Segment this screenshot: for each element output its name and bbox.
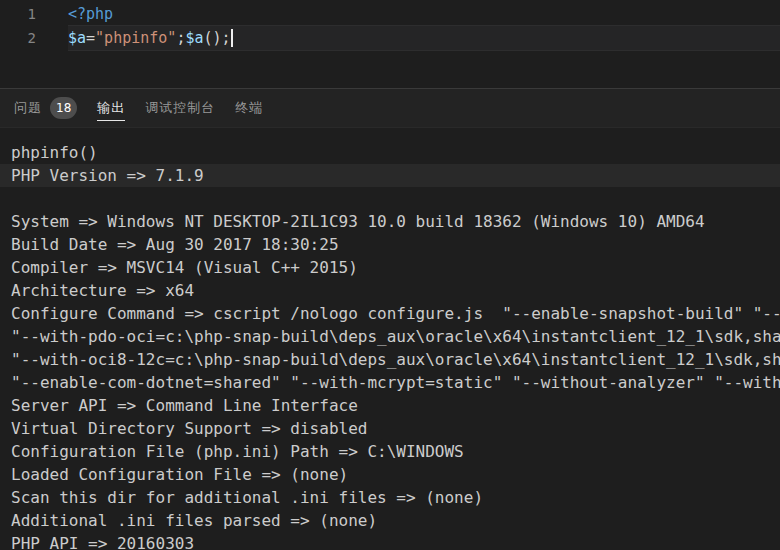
code-editor[interactable]: 1<?php2$a="phpinfo";$a();: [0, 0, 780, 88]
line-number: 1: [0, 2, 36, 26]
tab-problems-label: 问题: [14, 99, 42, 117]
output-line: Build Date => Aug 30 2017 18:30:25: [0, 233, 780, 256]
output-line: phpinfo(): [0, 141, 780, 164]
output-line: Configure Command => cscript /nologo con…: [0, 302, 780, 325]
tab-debug-console[interactable]: 调试控制台: [135, 89, 225, 127]
text-cursor: [231, 29, 233, 47]
code-line: 1<?php: [0, 2, 780, 26]
output-line: "--with-oci8-12c=c:\php-snap-build\deps_…: [0, 348, 780, 371]
output-line: System => Windows NT DESKTOP-2IL1C93 10.…: [0, 210, 780, 233]
line-number: 2: [0, 26, 36, 50]
problems-count-badge: 18: [50, 97, 77, 119]
output-line: PHP Version => 7.1.9: [0, 164, 780, 187]
output-line: Architecture => x64: [0, 279, 780, 302]
output-line: Configuration File (php.ini) Path => C:\…: [0, 440, 780, 463]
output-line: Loaded Configuration File => (none): [0, 463, 780, 486]
tab-problems[interactable]: 问题 18: [4, 89, 87, 127]
tab-terminal-label: 终端: [235, 99, 263, 117]
tab-debug-console-label: 调试控制台: [145, 99, 215, 117]
code-line: 2$a="phpinfo";$a();: [0, 26, 780, 50]
vscode-window: 1<?php2$a="phpinfo";$a(); 问题 18 输出 调试控制台…: [0, 0, 780, 550]
output-line: [0, 187, 780, 210]
output-line: PHP API => 20160303: [0, 532, 780, 550]
output-line: Virtual Directory Support => disabled: [0, 417, 780, 440]
output-line: "--enable-com-dotnet=shared" "--with-mcr…: [0, 371, 780, 394]
panel-tab-bar: 问题 18 输出 调试控制台 终端: [0, 88, 780, 128]
output-line: Scan this dir for additional .ini files …: [0, 486, 780, 509]
output-line: Additional .ini files parsed => (none): [0, 509, 780, 532]
output-line: "--with-pdo-oci=c:\php-snap-build\deps_a…: [0, 325, 780, 348]
tab-output-label: 输出: [97, 99, 125, 117]
output-line: Compiler => MSVC14 (Visual C++ 2015): [0, 256, 780, 279]
output-line: Server API => Command Line Interface: [0, 394, 780, 417]
tab-output[interactable]: 输出: [87, 89, 135, 127]
output-panel[interactable]: phpinfo()PHP Version => 7.1.9System => W…: [0, 128, 780, 550]
tab-terminal[interactable]: 终端: [225, 89, 273, 127]
